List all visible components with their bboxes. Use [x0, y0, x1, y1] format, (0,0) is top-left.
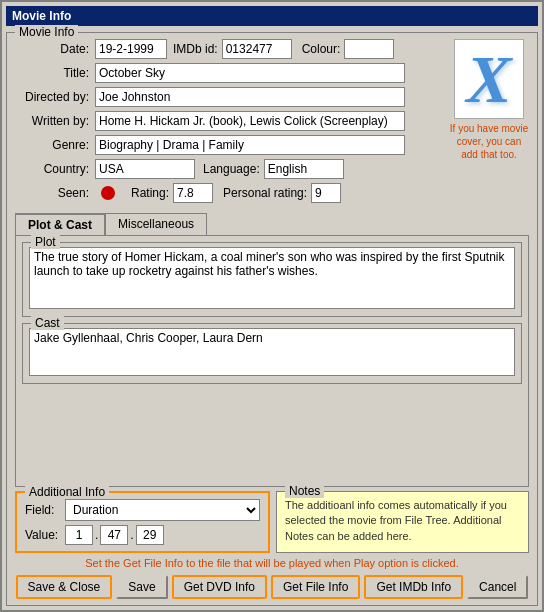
- directed-label: Directed by:: [15, 90, 95, 104]
- imdb-input[interactable]: [222, 39, 292, 59]
- seen-indicator: [101, 186, 115, 200]
- written-label: Written by:: [15, 114, 95, 128]
- form-area: Date: IMDb id: Colour: Title: Directed b…: [15, 39, 441, 207]
- personal-rating-input[interactable]: [311, 183, 341, 203]
- top-section: Date: IMDb id: Colour: Title: Directed b…: [15, 39, 529, 207]
- get-imdb-button[interactable]: Get IMDb Info: [364, 575, 463, 599]
- country-row: Country: Language:: [15, 159, 441, 179]
- date-input[interactable]: [95, 39, 167, 59]
- title-text: Movie Info: [12, 9, 71, 23]
- notes-label: Notes: [285, 484, 324, 498]
- written-row: Written by:: [15, 111, 441, 131]
- additional-info-group: Additional Info Field: Duration Value: .…: [15, 491, 270, 553]
- notes-text: The additioanl info comes automatically …: [285, 498, 520, 544]
- language-label: Language:: [203, 162, 260, 176]
- save-button[interactable]: Save: [116, 575, 167, 599]
- value-row: Value: . .: [25, 525, 260, 545]
- value-label: Value:: [25, 528, 65, 542]
- language-input[interactable]: [264, 159, 344, 179]
- movie-info-group: Movie Info Date: IMDb id: Colour: Title:: [6, 32, 538, 606]
- status-text: Set the Get File Info to the file that w…: [15, 557, 529, 569]
- save-close-button[interactable]: Save & Close: [16, 575, 113, 599]
- colour-input[interactable]: [344, 39, 394, 59]
- group-label: Movie Info: [15, 25, 78, 39]
- cast-label: Cast: [31, 316, 64, 330]
- seen-row: Seen: Rating: Personal rating:: [15, 183, 441, 203]
- cover-hint-text: If you have movie cover, you can add tha…: [449, 122, 529, 161]
- country-input[interactable]: [95, 159, 195, 179]
- tabs-bar: Plot & Cast Miscellaneous: [15, 213, 529, 235]
- field-label: Field:: [25, 503, 65, 517]
- additional-info-label: Additional Info: [25, 485, 109, 499]
- get-file-button[interactable]: Get File Info: [271, 575, 360, 599]
- field-row: Field: Duration: [25, 499, 260, 521]
- date-row: Date: IMDb id: Colour:: [15, 39, 441, 59]
- button-row: Save & Close Save Get DVD Info Get File …: [15, 575, 529, 599]
- value-input-3[interactable]: [136, 525, 164, 545]
- title-input[interactable]: [95, 63, 405, 83]
- cover-placeholder[interactable]: X: [454, 39, 524, 119]
- field-select[interactable]: Duration: [65, 499, 260, 521]
- genre-row: Genre:: [15, 135, 441, 155]
- bottom-section: Additional Info Field: Duration Value: .…: [15, 491, 529, 553]
- rating-label: Rating:: [131, 186, 169, 200]
- tab-content: Plot The true story of Homer Hickam, a c…: [15, 235, 529, 487]
- tab-miscellaneous[interactable]: Miscellaneous: [105, 213, 207, 235]
- written-input[interactable]: [95, 111, 405, 131]
- directed-input[interactable]: [95, 87, 405, 107]
- title-row: Title:: [15, 63, 441, 83]
- rating-input[interactable]: [173, 183, 213, 203]
- colour-label: Colour:: [302, 42, 341, 56]
- title-label: Title:: [15, 66, 95, 80]
- plot-group: Plot The true story of Homer Hickam, a c…: [22, 242, 522, 317]
- cancel-button[interactable]: Cancel: [467, 575, 528, 599]
- plot-label: Plot: [31, 235, 60, 249]
- notes-group: Notes The additioanl info comes automati…: [276, 491, 529, 553]
- sep-1: .: [95, 528, 98, 542]
- directed-row: Directed by:: [15, 87, 441, 107]
- country-label: Country:: [15, 162, 95, 176]
- cast-textarea[interactable]: Jake Gyllenhaal, Chris Cooper, Laura Der…: [29, 328, 515, 376]
- genre-input[interactable]: [95, 135, 405, 155]
- plot-textarea[interactable]: The true story of Homer Hickam, a coal m…: [29, 247, 515, 309]
- value-input-2[interactable]: [100, 525, 128, 545]
- cover-area: X If you have movie cover, you can add t…: [449, 39, 529, 161]
- tab-plot-cast[interactable]: Plot & Cast: [15, 213, 105, 235]
- genre-label: Genre:: [15, 138, 95, 152]
- imdb-label: IMDb id:: [173, 42, 218, 56]
- date-label: Date:: [15, 42, 95, 56]
- cover-x-icon: X: [466, 45, 511, 113]
- seen-label: Seen:: [15, 186, 95, 200]
- window-title: Movie Info: [6, 6, 538, 26]
- personal-rating-label: Personal rating:: [223, 186, 307, 200]
- value-input-1[interactable]: [65, 525, 93, 545]
- cast-group: Cast Jake Gyllenhaal, Chris Cooper, Laur…: [22, 323, 522, 384]
- sep-2: .: [130, 528, 133, 542]
- get-dvd-button[interactable]: Get DVD Info: [172, 575, 267, 599]
- movie-info-window: Movie Info Movie Info Date: IMDb id: Col…: [0, 0, 544, 612]
